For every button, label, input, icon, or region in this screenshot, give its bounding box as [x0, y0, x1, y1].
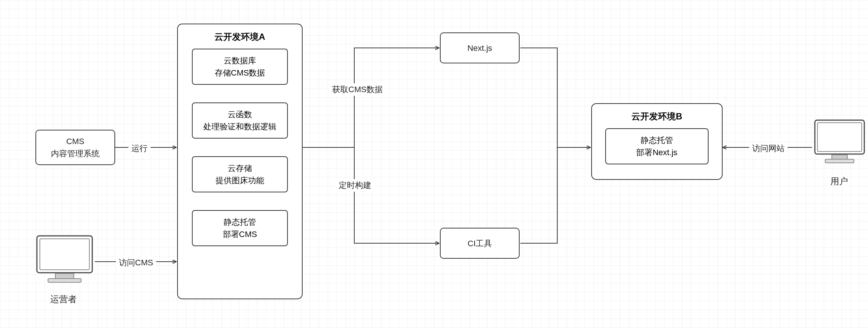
node-cloud-db: 云数据库 存储CMS数据: [192, 49, 288, 85]
monitor-icon: [33, 232, 96, 287]
diagram-edges: [0, 0, 868, 328]
node-env-a-hosting-line2: 部署CMS: [223, 228, 257, 240]
node-env-b-hosting-line1: 静态托管: [641, 134, 673, 146]
node-nextjs-label: Next.js: [467, 42, 492, 54]
node-env-a-hosting: 静态托管 部署CMS: [192, 210, 288, 246]
container-env-a: 云开发环境A 云数据库 存储CMS数据 云函数 处理验证和数据逻辑 云存储 提供…: [177, 24, 303, 299]
node-env-a-hosting-line1: 静态托管: [224, 216, 256, 228]
node-cms-line2: 内容管理系统: [51, 147, 100, 160]
container-env-b: 云开发环境B 静态托管 部署Next.js: [591, 103, 723, 180]
node-cloud-storage-line2: 提供图床功能: [216, 174, 264, 186]
edge-label-run: 运行: [128, 142, 151, 155]
node-cloud-fn-line2: 处理验证和数据逻辑: [203, 121, 276, 133]
actor-operator-label: 运营者: [50, 293, 77, 305]
edge-label-visit-cms: 访问CMS: [116, 257, 156, 269]
svg-rect-6: [48, 279, 81, 282]
env-a-title: 云开发环境A: [178, 31, 302, 43]
node-env-b-hosting: 静态托管 部署Next.js: [605, 128, 709, 164]
node-cloud-fn: 云函数 处理验证和数据逻辑: [192, 102, 288, 139]
node-cloud-db-line1: 云数据库: [224, 55, 256, 67]
node-cms: CMS 内容管理系统: [35, 130, 115, 165]
edge-label-get-cms-data: 获取CMS数据: [329, 83, 386, 96]
edge-label-visit-site: 访问网站: [749, 142, 788, 155]
monitor-icon: [812, 117, 867, 169]
node-nextjs: Next.js: [440, 32, 520, 63]
svg-rect-8: [817, 123, 862, 151]
actor-user-label: 用户: [830, 175, 848, 187]
svg-rect-10: [825, 159, 854, 163]
node-env-b-hosting-line2: 部署Next.js: [636, 146, 677, 158]
node-cloud-db-line2: 存储CMS数据: [215, 67, 265, 79]
svg-rect-5: [55, 273, 74, 279]
env-b-title: 云开发环境B: [592, 111, 722, 122]
node-cms-line1: CMS: [66, 135, 85, 147]
node-cloud-storage: 云存储 提供图床功能: [192, 156, 288, 192]
node-ci: CI工具: [440, 228, 520, 259]
svg-rect-4: [40, 239, 89, 270]
node-cloud-fn-line1: 云函数: [228, 108, 252, 121]
edge-label-cron-build: 定时构建: [336, 179, 374, 192]
svg-rect-9: [832, 155, 847, 159]
node-cloud-storage-line1: 云存储: [228, 162, 252, 174]
node-ci-label: CI工具: [468, 237, 492, 250]
